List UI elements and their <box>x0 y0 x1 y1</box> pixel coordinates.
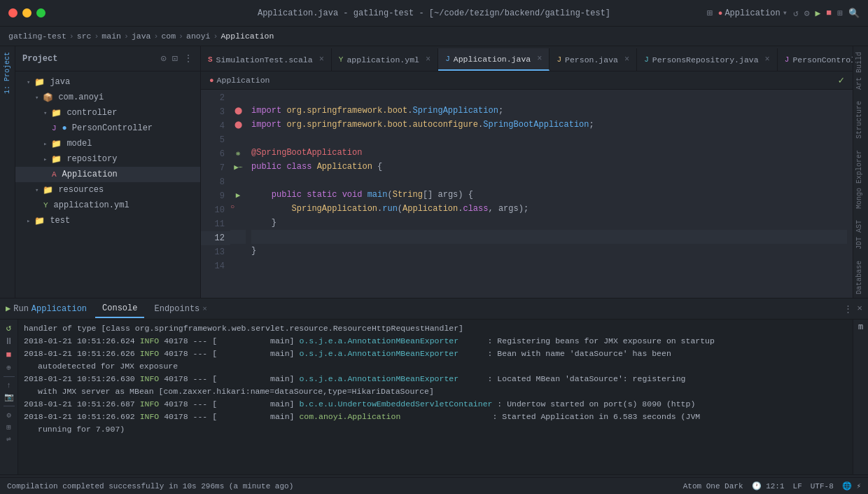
tree-item-resources[interactable]: ▾ 📁 resources <box>15 182 200 198</box>
maximize-button[interactable] <box>36 8 46 18</box>
gutter-12 <box>230 230 246 244</box>
status-right: Atom One Dark 🕐 12:1 LF UTF-8 🌐 ⚡ <box>683 481 861 490</box>
tree-item-label: test <box>50 216 70 226</box>
layout-icon[interactable]: ⊞ <box>6 423 11 432</box>
close-button[interactable] <box>8 8 18 18</box>
stop-icon[interactable]: ■ <box>826 8 832 18</box>
restart-icon[interactable]: ↺ <box>6 322 12 334</box>
code-line-7: public class Application { <box>251 160 847 174</box>
indent <box>251 204 292 214</box>
bottom-tab-endpoints[interactable]: Endpoints × <box>147 300 214 318</box>
tab-close-icon[interactable]: × <box>765 55 770 64</box>
tab-close-icon[interactable]: × <box>426 55 430 64</box>
tree-item-label: java <box>50 77 70 87</box>
wrap-icon[interactable]: ⇌ <box>6 434 11 444</box>
stop-run-icon[interactable]: ■ <box>6 350 12 360</box>
tree-item-application-yml[interactable]: Y application.yml <box>15 198 200 213</box>
pause-icon[interactable]: ⏸ <box>4 336 13 347</box>
tree-item-icon: ● <box>62 123 67 133</box>
close-panel-icon[interactable]: × <box>857 303 862 315</box>
breadcrumb-item-6[interactable]: Application <box>220 32 274 41</box>
tab-label: Person.java <box>565 55 618 64</box>
run-config-label: Application <box>724 8 780 18</box>
java-icon: J <box>785 55 790 64</box>
filter-icon[interactable]: ⊕ <box>6 363 11 372</box>
breadcrumb-sep-5: › <box>214 32 218 41</box>
line-ending-label[interactable]: LF <box>793 482 802 490</box>
divider2 <box>4 406 15 406</box>
line-num-11: 11 <box>201 217 230 231</box>
editor-breadcrumb: ● Application ✓ <box>201 71 853 90</box>
refresh-icon[interactable]: ↺ <box>793 8 799 19</box>
camera-icon[interactable]: 📷 <box>4 392 14 402</box>
punc: [] <box>423 190 438 200</box>
tree-item-com-anoyi[interactable]: ▾ 📦 com.anoyi <box>15 90 200 105</box>
more-icon[interactable]: ⋮ <box>844 303 853 315</box>
grid-icon[interactable]: ⊞ <box>706 7 712 19</box>
console-output[interactable]: handler of type [class org.springframewo… <box>18 320 853 474</box>
run-icon[interactable]: ▶ <box>816 8 821 19</box>
gutter-13 <box>230 244 246 258</box>
log-line-1: handler of type [class org.springframewo… <box>24 322 847 335</box>
tab-persons-repository[interactable]: J PersonsRepository.java × <box>637 48 778 71</box>
tree-item-repository[interactable]: ▸ 📁 repository <box>15 151 200 167</box>
breadcrumb-item-2[interactable]: main <box>102 32 121 41</box>
breadcrumb-item-5[interactable]: anoyi <box>186 32 211 41</box>
keyword: import <box>251 120 286 130</box>
tab-person-controller[interactable]: J PersonController.java × <box>778 48 853 71</box>
sidebar-expand-icon[interactable]: ⋮ <box>183 53 193 64</box>
right-panel-jdt[interactable]: JDT AST <box>853 214 868 255</box>
tree-item-test[interactable]: ▸ 📁 test <box>15 213 200 228</box>
tab-person-java[interactable]: J Person.java × <box>550 48 637 71</box>
encoding-label[interactable]: UTF-8 <box>811 482 834 490</box>
tree-item-model[interactable]: ▸ 📁 model <box>15 136 200 151</box>
applist-icon[interactable]: ⊞ <box>837 8 843 19</box>
sidebar-item-project[interactable]: 1: Project <box>2 49 13 97</box>
chevron-down-icon: ▾ <box>35 186 38 194</box>
breakpoint-icon[interactable]: ⬤ <box>234 121 242 129</box>
breadcrumb-item-3[interactable]: java <box>132 32 151 41</box>
right-panel-structure[interactable]: Structure <box>853 95 868 144</box>
tab-application-java[interactable]: J Application.java × <box>438 48 550 71</box>
clock-icon: 🕐 <box>752 482 762 490</box>
class-ref2: Application <box>402 204 458 214</box>
run-app-name: Application <box>31 304 87 314</box>
tree-item-application[interactable]: A Application <box>15 167 200 182</box>
tab-close-icon[interactable]: × <box>319 55 324 64</box>
right-panel-art-build[interactable]: Art Build <box>853 46 868 95</box>
right-panel-mongo[interactable]: Mongo Explorer <box>853 144 868 214</box>
tab-close-icon[interactable]: × <box>202 305 207 313</box>
settings2-icon[interactable]: ⚙ <box>6 411 11 420</box>
breadcrumb-sep-2: › <box>124 32 129 41</box>
right-panel-database[interactable]: Database <box>853 255 868 300</box>
run-line-icon[interactable]: ▶ <box>234 163 239 172</box>
scroll-up-icon[interactable]: ↑ <box>6 381 11 390</box>
run-method-icon[interactable]: ▶ <box>236 191 241 200</box>
sidebar-settings-icon[interactable]: ⊙ <box>160 53 166 64</box>
tree-item-controller[interactable]: ▾ 📁 controller <box>15 105 200 121</box>
tab-application-yml[interactable]: Y application.yml × <box>332 48 438 71</box>
tab-close-icon[interactable]: × <box>537 54 542 64</box>
tree-item-person-controller[interactable]: J ● PersonController <box>15 121 200 136</box>
punc2: , <box>488 204 498 214</box>
settings-icon[interactable]: ⚙ <box>804 8 810 19</box>
run-extras-icon: ⋯ <box>239 164 242 170</box>
java-icon: J <box>644 55 649 64</box>
tree-item-label: Application <box>62 170 118 179</box>
run-config-selector[interactable]: ● Application ▾ <box>718 8 788 18</box>
tab-close-icon[interactable]: × <box>624 55 629 64</box>
theme-label[interactable]: Atom One Dark <box>683 482 743 490</box>
sidebar-sync-icon[interactable]: ⊡ <box>172 53 178 64</box>
tab-simulation-test[interactable]: S SimulationTest.scala × <box>201 48 332 71</box>
breadcrumb-item-0[interactable]: gatling-test <box>8 32 66 41</box>
breadcrumb-item-4[interactable]: com <box>161 32 176 41</box>
breadcrumb-item-1[interactable]: src <box>77 32 92 41</box>
search-icon[interactable]: 🔍 <box>848 8 860 19</box>
tree-item-java[interactable]: ▾ 📁 java <box>15 74 200 90</box>
breakpoint-icon[interactable]: ⬤ <box>234 107 242 115</box>
line-num-4: 4 <box>201 119 230 133</box>
code-line-6: @SpringBootApplication <box>251 146 847 160</box>
bottom-tab-console[interactable]: Console <box>95 300 144 318</box>
expand-icon[interactable]: m <box>858 322 863 332</box>
minimize-button[interactable] <box>22 8 31 18</box>
